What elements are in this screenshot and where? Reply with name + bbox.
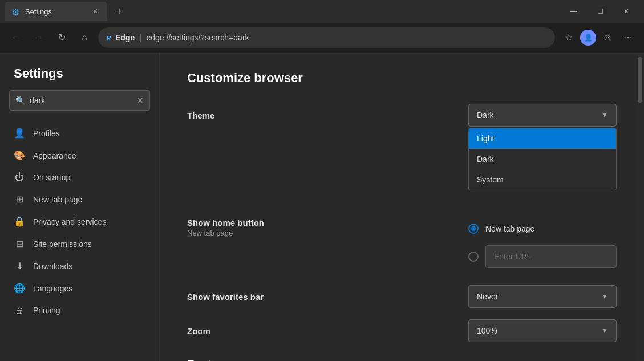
- theme-dropdown[interactable]: Dark ▼ Light Dark System: [468, 104, 617, 127]
- title-bar: ⚙ Settings ✕ + — ☐ ✕: [0, 0, 644, 23]
- main-layout: Settings 🔍 dark ✕ 👤 Profiles 🎨 Appearanc…: [0, 52, 644, 361]
- profiles-icon: 👤: [14, 128, 25, 139]
- sidebar-item-permissions[interactable]: ⊟ Site permissions: [0, 233, 159, 255]
- radio-new-tab-circle[interactable]: [468, 224, 479, 234]
- home-button-sub: New tab page: [187, 229, 301, 237]
- sidebar-item-newtab[interactable]: ⊞ New tab page: [0, 188, 159, 210]
- minimize-button[interactable]: —: [561, 0, 587, 23]
- maximize-button[interactable]: ☐: [587, 0, 613, 23]
- theme-dropdown-menu: Light Dark System: [468, 128, 617, 190]
- refresh-button[interactable]: ↻: [52, 29, 71, 47]
- home-button-row: Show home button New tab page New tab pa…: [187, 218, 617, 274]
- sidebar-item-privacy-label: Privacy and services: [33, 217, 106, 226]
- sidebar-item-profiles[interactable]: 👤 Profiles: [0, 122, 159, 144]
- emoji-button[interactable]: ☺: [598, 29, 617, 47]
- close-button[interactable]: ✕: [613, 0, 639, 23]
- permissions-icon: ⊟: [14, 238, 25, 249]
- printing-icon: 🖨: [14, 305, 25, 315]
- tab-settings-icon: ⚙: [11, 7, 21, 16]
- radio-url-circle[interactable]: [468, 252, 479, 262]
- search-icon: 🔍: [15, 96, 25, 105]
- favorites-dropdown[interactable]: Never ▼: [468, 285, 617, 308]
- sidebar-item-downloads[interactable]: ⬇ Downloads: [0, 255, 159, 277]
- sidebar-item-startup[interactable]: ⏻ On startup: [0, 167, 159, 188]
- address-divider: |: [139, 33, 141, 43]
- home-button-label-group: Show home button New tab page: [187, 218, 301, 237]
- radio-url[interactable]: [468, 240, 617, 274]
- page-title: Customize browser: [187, 71, 617, 86]
- scrollbar-thumb[interactable]: [638, 57, 642, 103]
- favorites-dropdown-arrow: ▼: [601, 293, 608, 301]
- theme-option-system[interactable]: System: [469, 169, 616, 190]
- search-box[interactable]: 🔍 dark ✕: [9, 90, 150, 111]
- sidebar-item-newtab-label: New tab page: [33, 195, 82, 204]
- edge-label: Edge: [115, 33, 135, 42]
- radio-new-tab-label: New tab page: [485, 224, 534, 233]
- zoom-label: Zoom: [187, 326, 301, 336]
- search-clear-button[interactable]: ✕: [137, 96, 144, 105]
- radio-new-tab[interactable]: New tab page: [468, 218, 617, 240]
- zoom-dropdown[interactable]: 100% ▼: [468, 319, 617, 342]
- zoom-value: 100%: [477, 326, 497, 335]
- home-button-options: New tab page: [468, 218, 617, 274]
- theme-row: Theme Dark ▼ Light Dark System: [187, 104, 617, 127]
- home-button-label: Show home button: [187, 218, 301, 228]
- sidebar-item-printing[interactable]: 🖨 Printing: [0, 299, 159, 321]
- sidebar-item-startup-label: On startup: [33, 173, 70, 182]
- scrollbar[interactable]: [636, 52, 644, 361]
- sidebar-item-appearance-label: Appearance: [33, 151, 76, 160]
- zoom-row: Zoom 100% ▼: [187, 319, 617, 342]
- sidebar-item-downloads-label: Downloads: [33, 262, 72, 271]
- theme-dropdown-button[interactable]: Dark ▼: [468, 104, 617, 127]
- profile-avatar[interactable]: 👤: [580, 30, 596, 46]
- appearance-icon: 🎨: [14, 150, 25, 161]
- radio-new-tab-inner: [471, 226, 476, 231]
- sidebar-item-languages[interactable]: 🌐 Languages: [0, 277, 159, 299]
- downloads-icon: ⬇: [14, 261, 25, 271]
- theme-selected-value: Dark: [477, 111, 494, 120]
- forward-button[interactable]: →: [30, 29, 48, 47]
- home-button[interactable]: ⌂: [75, 29, 94, 47]
- fonts-title: Fonts: [187, 358, 617, 361]
- favorites-dropdown-button[interactable]: Never ▼: [468, 285, 617, 308]
- sidebar-item-printing-label: Printing: [33, 306, 60, 315]
- sidebar-item-languages-label: Languages: [33, 284, 72, 293]
- favorites-row: Show favorites bar Never ▼: [187, 285, 617, 308]
- search-value: dark: [30, 96, 132, 105]
- privacy-icon: 🔒: [14, 216, 25, 227]
- theme-option-dark[interactable]: Dark: [469, 149, 616, 169]
- address-input[interactable]: ℯ Edge | edge://settings/?search=dark: [98, 27, 555, 48]
- zoom-dropdown-arrow: ▼: [601, 327, 608, 335]
- favorites-value: Never: [477, 292, 498, 301]
- tab-close-button[interactable]: ✕: [90, 6, 100, 17]
- content-area: Customize browser Theme Dark ▼ Light Dar…: [160, 52, 644, 361]
- newtab-icon: ⊞: [14, 194, 25, 205]
- edge-logo-icon: ℯ: [106, 33, 111, 42]
- startup-icon: ⏻: [14, 172, 25, 182]
- tab-title: Settings: [25, 7, 86, 16]
- url-text: edge://settings/?search=dark: [146, 33, 547, 42]
- theme-dropdown-arrow: ▼: [601, 111, 608, 119]
- sidebar-item-profiles-label: Profiles: [33, 129, 60, 138]
- back-button[interactable]: ←: [7, 29, 25, 47]
- sidebar: Settings 🔍 dark ✕ 👤 Profiles 🎨 Appearanc…: [0, 52, 160, 361]
- languages-icon: 🌐: [14, 283, 25, 294]
- theme-option-light[interactable]: Light: [469, 128, 616, 149]
- sidebar-item-privacy[interactable]: 🔒 Privacy and services: [0, 210, 159, 233]
- sidebar-title: Settings: [0, 66, 159, 81]
- new-tab-button[interactable]: +: [112, 3, 128, 19]
- favorites-label: Show favorites bar: [187, 292, 301, 302]
- window-controls: — ☐ ✕: [561, 0, 639, 23]
- zoom-dropdown-button[interactable]: 100% ▼: [468, 319, 617, 342]
- theme-label: Theme: [187, 111, 301, 120]
- url-input[interactable]: [485, 245, 617, 268]
- address-bar: ← → ↻ ⌂ ℯ Edge | edge://settings/?search…: [0, 23, 644, 52]
- toolbar-icons: ☆ 👤 ☺ ⋯: [560, 29, 637, 47]
- sidebar-item-appearance[interactable]: 🎨 Appearance: [0, 144, 159, 167]
- tab[interactable]: ⚙ Settings ✕: [5, 2, 107, 21]
- sidebar-item-permissions-label: Site permissions: [33, 240, 92, 249]
- more-button[interactable]: ⋯: [619, 29, 637, 47]
- favorites-button[interactable]: ☆: [560, 29, 578, 47]
